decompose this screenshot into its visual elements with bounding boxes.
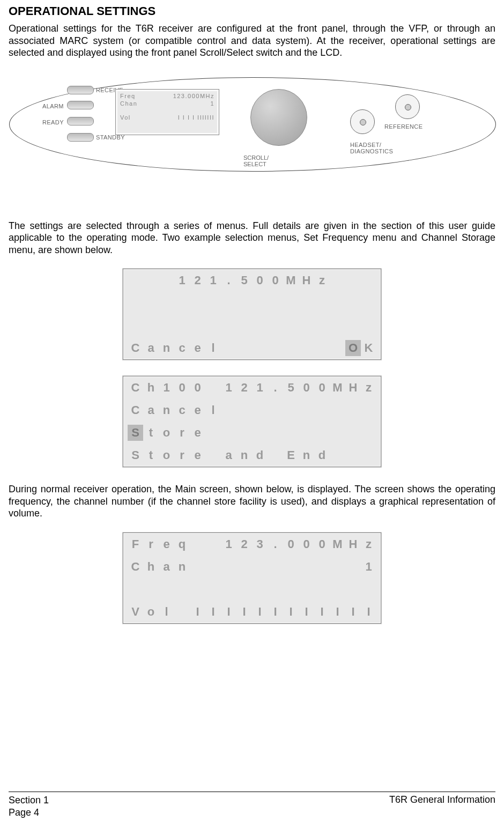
lcd-cell: 0 <box>299 536 314 552</box>
lcd-cell: 0 <box>314 536 330 552</box>
lcd-cell: h <box>143 559 159 575</box>
lcd-cell: 1 <box>252 380 268 396</box>
panel-lcd-chan-value: 1 <box>210 100 214 107</box>
lcd-cell: 0 <box>314 380 330 396</box>
lcd-cell: . <box>221 272 236 289</box>
lcd-cell: M <box>330 380 345 396</box>
lcd-cell: l <box>159 604 174 620</box>
lcd-cell: d <box>252 447 268 463</box>
lcd-cell: 0 <box>190 380 205 396</box>
lcd-cell: O <box>345 340 361 356</box>
footer-doc-title: T6R General Information <box>389 794 495 818</box>
lcd-cell: C <box>128 340 143 356</box>
ready-label: READY <box>42 119 64 125</box>
lcd-cell: C <box>128 380 143 396</box>
lcd-cell: I <box>190 604 205 620</box>
reference-label: REFERENCE <box>384 123 423 130</box>
panel-lcd-chan-label: Chan <box>120 100 137 107</box>
lcd-cell: l <box>205 402 221 418</box>
lcd-cell: I <box>345 604 361 620</box>
lcd-cell: e <box>190 447 205 463</box>
lcd-cell: a <box>221 447 236 463</box>
panel-lcd-vol-bars: I I I I IIIIIII <box>178 114 214 121</box>
lcd-cell: 1 <box>159 380 174 396</box>
lcd-cell: n <box>159 340 174 356</box>
lcd-cell: z <box>314 272 330 289</box>
lcd-cell: I <box>361 604 376 620</box>
scroll-select-label: SCROLL/ SELECT <box>243 154 269 167</box>
receive-led <box>67 86 94 94</box>
lcd-cell: o <box>159 425 174 441</box>
lcd-cell: a <box>143 402 159 418</box>
lcd-cell: I <box>236 604 252 620</box>
lcd-cell: I <box>205 604 221 620</box>
scroll-select-knob[interactable] <box>250 89 307 146</box>
lcd-cell: I <box>268 604 283 620</box>
lcd-cell: 1 <box>205 272 221 289</box>
menu-paragraph: The settings are selected through a seri… <box>9 220 495 256</box>
lcd-cell: E <box>283 447 299 463</box>
lcd-cell: c <box>174 402 190 418</box>
lcd-cell: 2 <box>236 536 252 552</box>
lcd-cell: S <box>128 447 143 463</box>
standby-led <box>67 133 94 142</box>
lcd-cell: S <box>128 425 143 441</box>
lcd-cell: q <box>174 536 190 552</box>
panel-lcd: Freq123.000MHz Chan1 VolI I I I IIIIIII <box>115 89 219 135</box>
panel-lcd-freq-value: 123.000MHz <box>173 93 214 99</box>
alarm-led <box>67 101 94 109</box>
lcd-cell: . <box>268 380 283 396</box>
lcd-cell: 5 <box>283 380 299 396</box>
headset-label: HEADSET/ DIAGNOSTICS <box>350 142 393 154</box>
lcd-cell: a <box>143 340 159 356</box>
lcd-cell: a <box>159 559 174 575</box>
lcd-cell: e <box>190 340 205 356</box>
lcd-cell: M <box>283 272 299 289</box>
lcd-cell: I <box>221 604 236 620</box>
lcd-cell: e <box>190 402 205 418</box>
lcd-cell: H <box>299 272 314 289</box>
lcd-cell: n <box>299 447 314 463</box>
lcd-cell: I <box>314 604 330 620</box>
lcd-cell: z <box>361 380 376 396</box>
reference-jack[interactable] <box>395 94 420 119</box>
ready-led <box>67 117 94 125</box>
lcd-cell: 0 <box>174 380 190 396</box>
lcd-cell: 0 <box>283 536 299 552</box>
main-screen-paragraph: During normal receiver operation, the Ma… <box>9 483 495 520</box>
lcd-cell: 0 <box>252 272 268 289</box>
page-heading: OPERATIONAL SETTINGS <box>9 4 495 18</box>
lcd-cell: F <box>128 536 143 552</box>
lcd-cell: o <box>159 447 174 463</box>
lcd-cell: l <box>205 340 221 356</box>
alarm-label: ALARM <box>42 103 64 109</box>
lcd-cell: r <box>174 447 190 463</box>
main-screen-lcd: Freq..123.000MHz Chan...........1 ......… <box>123 533 381 624</box>
lcd-cell: 1 <box>361 559 376 575</box>
headset-jack[interactable] <box>350 109 375 134</box>
set-frequency-lcd: ...121.500MHz... ................ ......… <box>123 269 381 360</box>
lcd-cell: H <box>345 536 361 552</box>
panel-lcd-vol-label: Vol <box>120 114 131 121</box>
lcd-cell: t <box>143 447 159 463</box>
lcd-cell: 2 <box>236 380 252 396</box>
footer-section: Section 1 <box>9 794 49 807</box>
lcd-cell: I <box>283 604 299 620</box>
page-footer: Section 1 Page 4 T6R General Information <box>9 792 495 818</box>
lcd-cell: V <box>128 604 143 620</box>
lcd-cell: 5 <box>236 272 252 289</box>
lcd-cell: 1 <box>221 380 236 396</box>
lcd-cell: c <box>174 340 190 356</box>
lcd-cell: e <box>190 425 205 441</box>
lcd-cell: d <box>314 447 330 463</box>
channel-storage-lcd: Ch100.121.500MHz Cancel.......... Store.… <box>123 376 381 467</box>
front-panel-figure: RECEIVE ALARM READY STANDBY Freq123.000M… <box>9 75 495 188</box>
lcd-cell: C <box>128 402 143 418</box>
lcd-cell: n <box>159 402 174 418</box>
lcd-cell: I <box>299 604 314 620</box>
intro-paragraph: Operational settings for the T6R receive… <box>9 23 495 59</box>
panel-lcd-freq-label: Freq <box>120 93 136 99</box>
lcd-cell: I <box>330 604 345 620</box>
lcd-cell: 1 <box>174 272 190 289</box>
lcd-cell: 0 <box>299 380 314 396</box>
